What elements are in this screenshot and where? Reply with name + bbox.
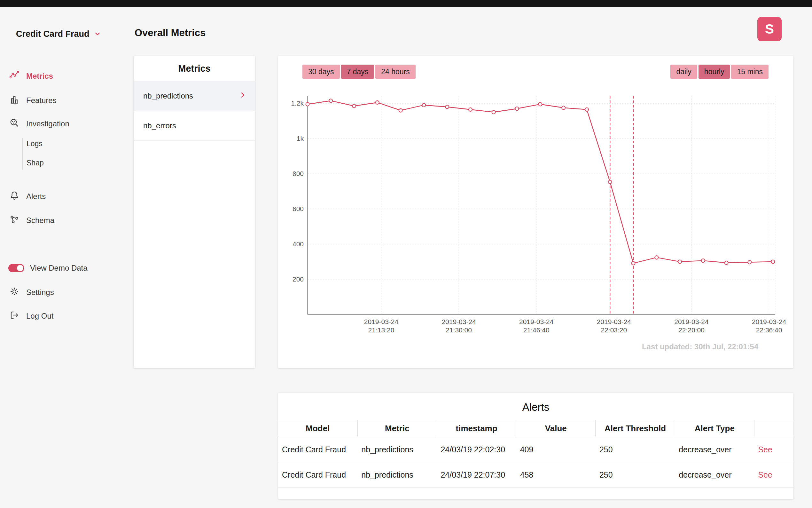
project-name: Credit Card Fraud <box>16 29 90 39</box>
svg-text:2019-03-24: 2019-03-24 <box>597 318 631 325</box>
metrics-panel-title: Metrics <box>134 56 255 81</box>
sidebar-item-label: Metrics <box>26 72 53 81</box>
cell-timestamp: 24/03/19 22:07:30 <box>437 462 516 488</box>
page-title: Overall Metrics <box>135 27 205 39</box>
sidebar-item-shap[interactable]: Shap <box>27 157 44 169</box>
metric-item-nb-errors[interactable]: nb_errors <box>134 111 255 141</box>
sidebar-item-label: Shap <box>27 159 44 167</box>
sidebar-item-label: Investigation <box>26 119 69 128</box>
demo-data-label: View Demo Data <box>30 264 88 272</box>
svg-text:800: 800 <box>292 170 304 177</box>
svg-text:200: 200 <box>292 276 304 283</box>
col-action <box>754 420 794 437</box>
svg-text:2019-03-24: 2019-03-24 <box>752 318 786 325</box>
logout-icon <box>10 310 19 322</box>
cell-metric: nb_predictions <box>357 437 437 462</box>
svg-text:22:03:20: 22:03:20 <box>601 326 627 334</box>
investigation-subtree-line <box>22 138 23 170</box>
col-alert-threshold: Alert Threshold <box>595 420 675 437</box>
avatar[interactable]: S <box>757 17 782 41</box>
sidebar-item-metrics[interactable]: Metrics <box>10 70 53 83</box>
svg-text:21:30:00: 21:30:00 <box>446 326 472 334</box>
range-24-hours-button[interactable]: 24 hours <box>375 65 416 79</box>
granularity-15-mins-button[interactable]: 15 mins <box>731 65 768 79</box>
cell-alert-type: decrease_over <box>675 462 754 488</box>
alerts-header-row: Model Metric timestamp Value Alert Thres… <box>278 420 794 437</box>
granularity-hourly-button[interactable]: hourly <box>699 65 730 79</box>
sidebar-item-schema[interactable]: Schema <box>10 214 54 227</box>
cell-value: 409 <box>516 437 595 462</box>
metrics-panel: Metrics nb_predictions nb_errors <box>134 56 255 368</box>
col-timestamp: timestamp <box>437 420 516 437</box>
sidebar-item-features[interactable]: Features <box>10 94 57 107</box>
svg-text:2019-03-24: 2019-03-24 <box>441 318 476 325</box>
alert-row: Credit Card Fraud nb_predictions 24/03/1… <box>278 462 794 488</box>
chart-card: 30 days 7 days 24 hours daily hourly 15 … <box>278 56 794 368</box>
cell-metric: nb_predictions <box>357 462 437 488</box>
sidebar-item-logout[interactable]: Log Out <box>10 310 53 323</box>
investigation-icon <box>10 118 19 130</box>
last-updated-text: Last updated: 30th Jul, 22:01:54 <box>642 342 758 351</box>
svg-text:21:13:20: 21:13:20 <box>368 326 394 334</box>
sidebar-item-label: Alerts <box>26 192 46 201</box>
svg-text:21:46:40: 21:46:40 <box>523 326 550 334</box>
schema-icon <box>10 215 19 226</box>
cell-model: Credit Card Fraud <box>278 437 357 462</box>
features-icon <box>10 95 19 106</box>
sidebar-item-label: Log Out <box>26 311 53 321</box>
toggle-knob <box>17 265 23 271</box>
cell-value: 458 <box>516 462 595 488</box>
sidebar-item-label: Settings <box>26 288 54 297</box>
see-alert-link[interactable]: See <box>758 470 772 479</box>
cell-timestamp: 24/03/19 22:02:30 <box>437 437 516 462</box>
svg-text:1.2k: 1.2k <box>291 99 304 107</box>
metric-item-label: nb_errors <box>143 121 176 130</box>
alerts-card: Alerts Model Metric timestamp Value Aler… <box>278 393 794 499</box>
metrics-chart: 2004006008001k1.2k2019-03-2421:13:202019… <box>278 85 794 338</box>
alerts-table: Model Metric timestamp Value Alert Thres… <box>278 420 794 488</box>
sidebar-item-label: Logs <box>27 139 43 148</box>
svg-text:600: 600 <box>292 205 304 212</box>
svg-text:1k: 1k <box>297 135 304 142</box>
bell-icon <box>10 190 19 202</box>
cell-alert-type: decrease_over <box>675 437 754 462</box>
demo-data-toggle-row: View Demo Data <box>8 262 88 274</box>
chevron-down-icon <box>94 30 101 37</box>
col-metric: Metric <box>357 420 437 437</box>
metric-item-label: nb_predictions <box>143 91 193 100</box>
svg-text:2019-03-24: 2019-03-24 <box>364 318 399 325</box>
svg-text:22:36:40: 22:36:40 <box>756 326 782 334</box>
gear-icon <box>10 287 19 298</box>
range-30-days-button[interactable]: 30 days <box>302 65 340 79</box>
col-model: Model <box>278 420 357 437</box>
time-range-buttons: 30 days 7 days 24 hours <box>302 65 416 79</box>
chevron-right-icon <box>239 91 246 100</box>
demo-data-toggle[interactable] <box>8 264 24 272</box>
alerts-title: Alerts <box>278 401 794 413</box>
project-selector[interactable]: Credit Card Fraud <box>16 28 101 40</box>
sidebar-item-logs[interactable]: Logs <box>27 137 43 150</box>
cell-alert-threshold: 250 <box>595 462 675 488</box>
sidebar-item-label: Features <box>26 96 57 105</box>
granularity-buttons: daily hourly 15 mins <box>670 65 768 79</box>
range-7-days-button[interactable]: 7 days <box>341 65 374 79</box>
cell-model: Credit Card Fraud <box>278 462 357 488</box>
svg-text:2019-03-24: 2019-03-24 <box>519 318 554 325</box>
sidebar-item-label: Schema <box>26 216 54 225</box>
granularity-daily-button[interactable]: daily <box>670 65 697 79</box>
cell-alert-threshold: 250 <box>595 437 675 462</box>
col-value: Value <box>516 420 595 437</box>
metrics-icon <box>10 70 19 82</box>
see-alert-link[interactable]: See <box>758 445 772 454</box>
sidebar-item-alerts[interactable]: Alerts <box>10 190 46 203</box>
col-alert-type: Alert Type <box>675 420 754 437</box>
svg-text:400: 400 <box>292 240 304 248</box>
sidebar-item-investigation[interactable]: Investigation <box>10 117 69 130</box>
top-bar <box>0 0 812 7</box>
metric-item-nb-predictions[interactable]: nb_predictions <box>134 81 255 111</box>
app-root: Credit Card Fraud Metrics Features Inves… <box>0 0 812 508</box>
sidebar-item-settings[interactable]: Settings <box>10 286 54 299</box>
svg-text:2019-03-24: 2019-03-24 <box>674 318 709 325</box>
alert-row: Credit Card Fraud nb_predictions 24/03/1… <box>278 437 794 462</box>
svg-text:22:20:00: 22:20:00 <box>678 326 705 334</box>
